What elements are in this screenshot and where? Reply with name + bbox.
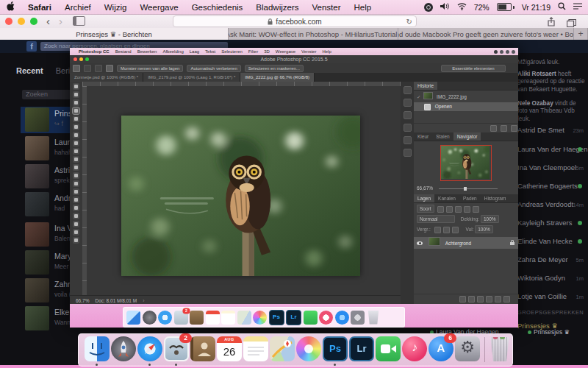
facebook-logo[interactable]: f [26, 41, 37, 52]
ps-lasso-tool[interactable] [73, 99, 79, 106]
ps-channels-tab[interactable]: Kanalen [434, 194, 459, 202]
ps-select-mask-button[interactable]: Selecteren en maskeren... [245, 65, 304, 72]
ps-eye-icon[interactable] [417, 241, 423, 245]
tab-ask-marit[interactable]: Ask Marit: WOW-effect in Photoshop - MHi… [229, 28, 398, 40]
dock-safari-icon[interactable] [137, 336, 162, 361]
ps-panel-icon[interactable] [404, 86, 412, 94]
ps-histogram-tab[interactable]: Histogram [481, 194, 510, 202]
ps-panel-icon[interactable] [404, 111, 412, 119]
ps-layer-row-background[interactable]: Achtergrond [414, 237, 518, 249]
ps-doc-tab[interactable]: Zonnetje.psd @ 100% (RGB/8) * [70, 73, 143, 82]
dock-photos-icon[interactable] [296, 336, 321, 361]
ps-history-tab[interactable]: Historie [414, 82, 437, 90]
forward-button[interactable]: › [59, 15, 62, 26]
menu-venster[interactable]: Venster [306, 3, 348, 12]
contact-row[interactable]: Ina Van Cleempoel5m [517, 163, 585, 174]
contact-row[interactable]: Lotje van Coillie1m [517, 292, 585, 302]
contact-row[interactable]: Elinde Van Hecke [517, 237, 585, 247]
menu-archief[interactable]: Archief [58, 3, 98, 12]
dock-launchpad-icon[interactable] [111, 336, 136, 361]
dock-finder-icon[interactable] [85, 336, 110, 361]
ps-swatches-tab[interactable]: Stalen [432, 132, 453, 141]
ps-paths-tab[interactable]: Paden [459, 194, 481, 202]
ps-navigator-preview[interactable] [440, 145, 492, 181]
ps-brush-icon[interactable] [84, 65, 91, 72]
ps-tool-preset-icon[interactable] [73, 65, 80, 72]
ps-zoom-tool[interactable] [73, 237, 79, 244]
menu-clock[interactable]: Vr 21:19 [522, 3, 551, 12]
apple-menu-icon[interactable] [0, 1, 21, 13]
dock-photoshop-icon[interactable]: Ps [323, 336, 348, 361]
dock-notes-icon[interactable] [243, 336, 268, 361]
ps-sample-all-layers-button[interactable]: Monster nemen van alle lagen [117, 65, 183, 72]
contact-row[interactable]: Kayleigh Stravers [517, 219, 585, 229]
ps-type-tool[interactable] [73, 205, 79, 211]
ps-snapshot-icon[interactable] [490, 125, 497, 132]
dock-maps-icon[interactable] [270, 336, 295, 361]
contact-row[interactable]: Zahra De Meyer5m [517, 255, 585, 266]
volume-icon[interactable] [440, 2, 450, 12]
ticker-item[interactable]: Aliki Rotsaert heeft gereageerd op de re… [517, 71, 585, 93]
tab-berichten[interactable]: Prinsesjes ♛ - Berichten [0, 28, 229, 40]
tab-recent[interactable]: Recent [16, 66, 43, 75]
ps-eyedropper-tool[interactable] [73, 124, 79, 130]
menu-app-name[interactable]: Safari [21, 3, 58, 12]
dock-appstore-icon[interactable]: 6 A [429, 336, 453, 361]
dock-trash-icon[interactable] [489, 337, 511, 361]
ps-quick-select-tool[interactable] [73, 107, 79, 114]
chat-tab[interactable]: Prinsesjes ♛ [528, 328, 570, 336]
ps-dodge-tool[interactable] [73, 188, 79, 195]
menu-wijzig[interactable]: Wijzig [98, 3, 134, 12]
ps-move-tool[interactable] [73, 83, 79, 90]
menu-weergave[interactable]: Weergave [133, 3, 184, 12]
ps-brush-subtract-icon[interactable] [106, 65, 113, 72]
status-circle-icon[interactable] [424, 3, 433, 12]
ps-new-doc-icon[interactable] [501, 125, 507, 132]
dock-photo-app-icon[interactable]: 2 [164, 336, 189, 361]
ps-canvas[interactable] [87, 86, 401, 295]
ps-workspace-select[interactable]: Essentiële elementen [441, 65, 506, 72]
ps-navigator-tab[interactable]: Navigator [453, 132, 481, 141]
ticker-item[interactable]: Nele Ozabay vindt de foto van Thibeau Vd… [517, 100, 585, 123]
ps-eraser-tool[interactable] [73, 164, 79, 171]
contact-row[interactable]: Wiktoria Godyn1m [517, 274, 585, 284]
ps-blend-mode-select[interactable]: Normaal [417, 215, 455, 223]
contact-row[interactable]: Andreas Verdoodt14m [517, 200, 585, 210]
zoom-window-button[interactable] [30, 18, 37, 25]
ps-pen-tool[interactable] [73, 197, 79, 203]
new-tab-button[interactable]: + [574, 28, 588, 40]
ps-doc-tab-active[interactable]: IMG_2222.jpg @ 66,7% (RGB/8) [240, 73, 315, 82]
conversation-search-field[interactable]: Zoeken [22, 90, 73, 99]
ps-brush-add-icon[interactable] [95, 65, 102, 72]
ps-fill-select[interactable]: 100% [475, 225, 493, 233]
ps-panel-icon[interactable] [404, 149, 412, 157]
ps-color-tab[interactable]: Kleur [414, 132, 432, 141]
notification-center-icon[interactable] [573, 3, 582, 12]
ps-doc-tab[interactable]: IMG_2179.psd @ 100% (Laag 1, RGB/16*) * [143, 73, 240, 82]
menu-geschiedenis[interactable]: Geschiedenis [185, 3, 250, 12]
dock-sysprefs-icon[interactable]: ⚙ [455, 336, 480, 361]
dock-itunes-icon[interactable]: ♪ [402, 336, 427, 361]
spotlight-icon[interactable] [558, 2, 566, 12]
contact-row[interactable]: Catherine Bogaerts [517, 182, 585, 192]
ps-auto-enhance-button[interactable]: Automatisch verbeteren [187, 65, 240, 72]
ps-brush-tool[interactable] [73, 140, 79, 146]
ps-layers-tab[interactable]: Lagen [414, 194, 434, 202]
ps-trash-icon[interactable] [511, 125, 517, 132]
photoshop-screenshot-image[interactable]: Photoshop CC BestandBewerken AfbeeldingL… [70, 48, 518, 328]
ps-crop-tool[interactable] [73, 116, 79, 122]
ps-gradient-tool[interactable] [73, 172, 79, 179]
ps-hand-tool[interactable] [73, 229, 79, 236]
dock-contacts-icon[interactable] [190, 336, 215, 361]
ps-healing-tool[interactable] [73, 132, 79, 138]
ps-history-step-row[interactable]: Openen [414, 102, 518, 111]
ps-lock-icon[interactable] [434, 227, 441, 233]
ps-status-doc-size[interactable]: Doc: 8,01 M/8,01 M [95, 298, 137, 303]
ps-history-brush-tool[interactable] [73, 156, 79, 163]
menu-help[interactable]: Help [348, 3, 379, 12]
url-field[interactable]: facebook.com ↻ [173, 15, 417, 27]
wifi-icon[interactable] [457, 3, 467, 12]
dock-calendar-icon[interactable]: AUG 26 [217, 336, 242, 361]
ps-path-select-tool[interactable] [73, 213, 79, 219]
dock-facetime-icon[interactable] [376, 336, 401, 361]
